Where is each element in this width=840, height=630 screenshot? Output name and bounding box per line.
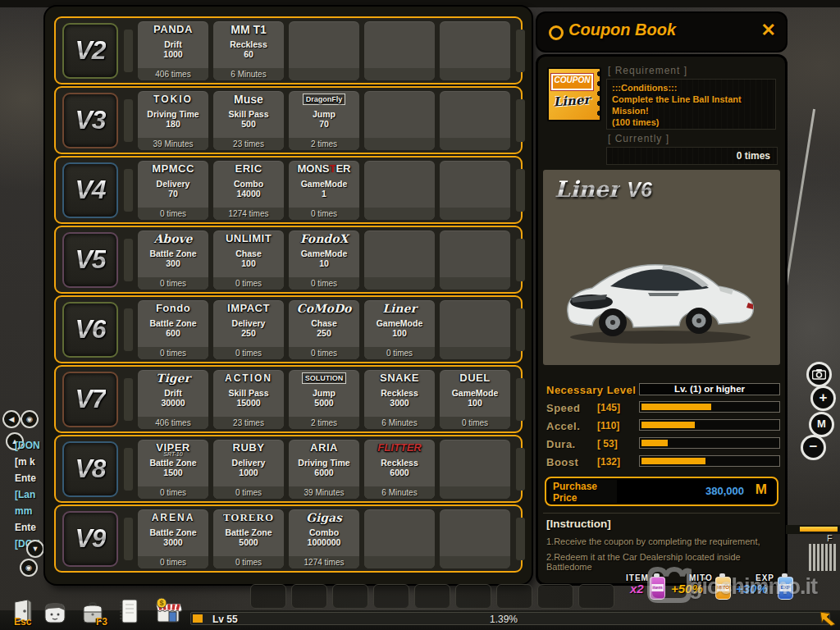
gauge-stripe xyxy=(825,544,828,571)
card-name: TORERO xyxy=(213,509,284,526)
coupon-card[interactable]: PANDA Drift 1000 406 times xyxy=(138,21,208,80)
coupon-card[interactable]: MONSTER GameMode 1 0 times xyxy=(289,161,359,220)
stat-label: Speed xyxy=(546,402,581,414)
divider xyxy=(543,513,780,514)
coupon-card[interactable]: DUEL GameMode 100 0 times xyxy=(440,370,510,429)
coupon-card[interactable] xyxy=(440,509,510,568)
hotbar-slot[interactable] xyxy=(414,584,450,609)
coupon-card[interactable]: MPMCC Delivery 70 0 times xyxy=(138,161,208,220)
chat-prev-button[interactable]: ◀ xyxy=(2,410,21,428)
expand-arrow-icon[interactable] xyxy=(819,610,837,627)
hotbar-slot[interactable] xyxy=(578,584,614,609)
coupon-card[interactable]: Tiger Drift 30000 406 times xyxy=(138,370,208,429)
coupon-card[interactable]: Liner GameMode 100 0 times xyxy=(364,300,435,359)
coupon-card[interactable] xyxy=(440,300,510,359)
coupon-card[interactable] xyxy=(440,440,510,499)
coupon-card[interactable] xyxy=(289,21,359,80)
map-button[interactable]: M xyxy=(809,412,834,437)
card-progress xyxy=(440,556,510,568)
hotbar-slot[interactable] xyxy=(537,584,573,609)
coupon-card[interactable] xyxy=(440,21,510,80)
card-req-type: Delivery xyxy=(138,179,208,189)
hotbar-slot[interactable] xyxy=(291,584,327,609)
coupon-card[interactable]: ERIC Combo 14000 1274 times xyxy=(213,161,284,220)
coupon-card[interactable]: Above Battle Zone 300 0 times xyxy=(138,231,208,290)
coupon-card[interactable]: VIPER SRT-10 Battle Zone 1500 0 times xyxy=(138,440,208,499)
chat-options-button[interactable]: ◉ xyxy=(20,559,38,577)
coupon-card[interactable]: TORERO Battle Zone 5000 0 times xyxy=(213,509,284,568)
coupon-card[interactable]: Gigas Combo 1000000 1274 times xyxy=(289,509,359,568)
shop-icon[interactable]: $ xyxy=(153,596,184,627)
card-req-value: 70 xyxy=(138,189,208,199)
hotbar-slot[interactable] xyxy=(332,584,368,609)
chat-scroll-down-button[interactable]: ▼ xyxy=(26,540,44,558)
coupon-grid-panel: V2 PANDA Drift 1000 406 times MM T1 Reck… xyxy=(45,7,532,584)
coupon-book-header: Coupon Book ✕ xyxy=(537,13,786,51)
coupon-grid-row: V9 ARENA Battle Zone 3000 0 times TORERO… xyxy=(54,504,523,573)
car-version: V6 xyxy=(627,178,652,201)
notebook-icon[interactable] xyxy=(116,597,141,623)
card-req-value: 5000 xyxy=(289,398,359,408)
card-req-value: 3000 xyxy=(364,398,435,408)
hotbar-slot[interactable] xyxy=(496,584,532,609)
game-screen: ◀ ◉ ▲ [DON[m kEnte[LanmmEnte[DON ▼ ◉ V2 … xyxy=(0,0,840,630)
coupon-card[interactable]: ARIA Driving Time 6000 39 Minutes xyxy=(289,440,359,499)
row-left-sliver xyxy=(124,308,133,351)
coupon-card[interactable]: MM T1 Reckless 60 6 Minutes xyxy=(213,21,284,80)
row-left-sliver xyxy=(124,30,133,72)
card-req-value: 300 xyxy=(138,258,208,268)
coupon-card[interactable]: Muse Skill Pass 500 23 times xyxy=(213,91,284,150)
zoom-in-button[interactable]: + xyxy=(810,386,836,411)
coupon-thumbnail: COUPON Liner xyxy=(547,67,601,121)
character-icon[interactable] xyxy=(43,600,67,627)
coupon-card[interactable] xyxy=(440,161,510,220)
card-name xyxy=(440,509,510,526)
coupon-card[interactable]: RUBY Delivery 1000 0 times xyxy=(213,440,284,499)
coupon-card[interactable]: SNAKE Reckless 3000 6 Minutes xyxy=(364,370,435,429)
coupon-card[interactable]: CoMoDo Chase 250 0 times xyxy=(289,300,359,359)
stat-bar xyxy=(639,437,780,449)
card-progress: 0 times xyxy=(213,486,284,499)
version-badge-label: V7 xyxy=(75,384,105,414)
coupon-card[interactable]: SOLUTION Jump 5000 2 times xyxy=(289,370,359,429)
coupon-card[interactable]: Fondo Battle Zone 600 0 times xyxy=(138,300,208,359)
row-left-sliver xyxy=(124,448,133,491)
coupon-card[interactable] xyxy=(440,231,510,290)
version-badge-label: V8 xyxy=(75,454,105,484)
currently-box: 0 times xyxy=(606,147,778,165)
coupon-card[interactable]: ARENA Battle Zone 3000 0 times xyxy=(138,509,208,568)
card-req-value: 15000 xyxy=(213,398,284,408)
coupon-card[interactable] xyxy=(364,231,435,290)
coupon-card[interactable] xyxy=(364,161,435,220)
card-req-type: GameMode xyxy=(289,249,359,258)
coupon-card[interactable] xyxy=(364,21,435,80)
coupon-card[interactable]: FLITTER Reckless 6000 6 Minutes xyxy=(364,440,435,499)
coupon-card[interactable]: UNLIMIT Chase 100 0 times xyxy=(213,231,284,290)
card-slots: VIPER SRT-10 Battle Zone 1500 0 times RU… xyxy=(138,440,510,499)
close-icon[interactable]: ✕ xyxy=(761,20,776,41)
coupon-card[interactable]: FondoX GameMode 10 0 times xyxy=(289,231,359,290)
chat-mode-button[interactable]: ◉ xyxy=(21,410,39,428)
coupon-card[interactable] xyxy=(364,91,435,150)
hotbar-slot[interactable] xyxy=(250,584,286,609)
camera-button[interactable] xyxy=(806,362,832,387)
coupon-card[interactable] xyxy=(364,509,435,568)
card-progress xyxy=(440,347,510,359)
hotbar-slot[interactable] xyxy=(455,584,491,609)
card-req-value: 250 xyxy=(213,328,284,338)
coupon-card[interactable]: IMPACT Delivery 250 0 times xyxy=(213,300,284,359)
coupon-card[interactable] xyxy=(440,91,510,150)
zoom-out-button[interactable]: − xyxy=(801,435,826,460)
ring-icon xyxy=(549,25,564,40)
card-progress xyxy=(364,138,435,150)
row-right-sliver xyxy=(516,239,525,281)
coupon-card[interactable]: ACTION Skill Pass 15000 23 times xyxy=(213,370,284,429)
card-name: Tiger xyxy=(138,370,208,386)
coupon-card[interactable]: TOKIO Driving Time 180 39 Minutes xyxy=(138,91,208,150)
card-progress: 23 times xyxy=(213,417,284,429)
card-name: ARIA xyxy=(289,440,359,456)
hotbar-slot[interactable] xyxy=(373,584,409,609)
stat-bar xyxy=(639,455,780,467)
coupon-card[interactable]: DragonFly Jump 70 2 times xyxy=(289,91,359,150)
card-name xyxy=(440,21,510,38)
